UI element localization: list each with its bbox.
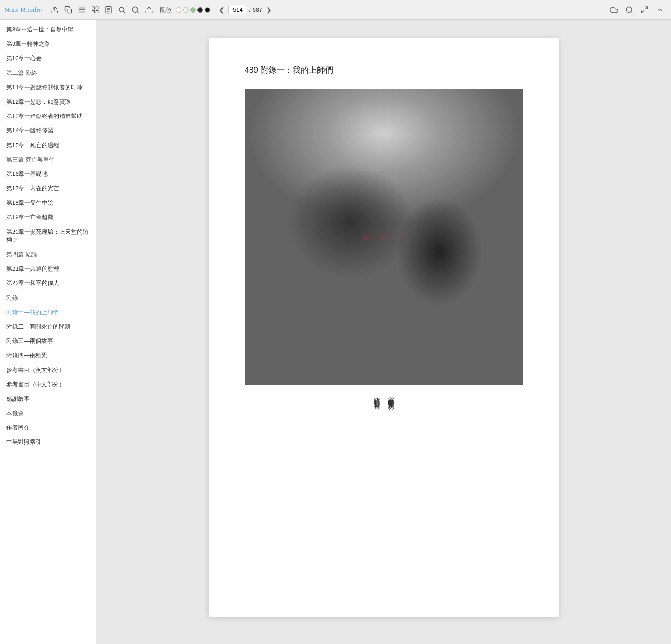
collapse-button[interactable] (653, 3, 667, 17)
chevron-up-icon (656, 6, 664, 14)
svg-line-19 (645, 7, 648, 9)
sidebar-item-app2[interactable]: 附錄二—有關死亡的問題 (0, 320, 96, 334)
next-page-button[interactable]: ❯ (264, 5, 274, 14)
sidebar-item-ch8[interactable]: 第8章一這一世：自然中獄 (0, 22, 96, 37)
photo-image: Tast ychu. cu (245, 89, 523, 385)
upload-button[interactable] (48, 3, 61, 17)
sidebar-item-appendix[interactable]: 附錄 (0, 291, 96, 305)
search-right-button[interactable] (623, 3, 636, 17)
photo-caption: 蔣揚・欽哲・秋吉・ 羅卓和索甲仁波切。 (371, 392, 396, 407)
search-small-button[interactable] (115, 3, 129, 17)
page-number-input[interactable] (228, 5, 247, 14)
grid-icon (91, 6, 99, 14)
svg-point-17 (626, 7, 632, 12)
copy-icon (64, 6, 72, 14)
sidebar-item-app4[interactable]: 附錄四—兩種咒 (0, 348, 96, 363)
page-icon (105, 6, 113, 14)
page-view: 489 附錄一：我的上師們 Tast ychu. cu 蔣揚・欽哲・秋吉・ 羅卓… (209, 38, 559, 617)
sidebar-item-index[interactable]: 中英對照索引 (0, 435, 96, 449)
color-black[interactable] (205, 7, 210, 13)
svg-line-13 (123, 11, 125, 13)
cloud-icon (610, 6, 618, 14)
sidebar-item-app3[interactable]: 附錄三—兩個故事 (0, 334, 96, 348)
app-title: Neat Reader (4, 6, 43, 13)
svg-point-14 (132, 7, 138, 12)
upload-icon (51, 6, 59, 14)
separator-2 (215, 5, 215, 14)
sidebar-item-sec2[interactable]: 第二篇 臨終 (0, 66, 96, 80)
sidebar-item-overview[interactable]: 本覽會 (0, 406, 96, 421)
svg-line-20 (641, 10, 644, 13)
sidebar-item-thanks[interactable]: 感謝啟事 (0, 392, 96, 406)
svg-rect-5 (96, 7, 98, 9)
page-total: 587 (253, 6, 263, 13)
prev-page-button[interactable]: ❮ (217, 5, 227, 14)
sidebar-item-ch15[interactable]: 第15章一死亡的過程 (0, 138, 96, 153)
sidebar-item-ch10[interactable]: 第10章一心要 (0, 51, 96, 66)
main-layout: 第8章一這一世：自然中獄第9章一精神之路第10章一心要第二篇 臨終第11章一對臨… (0, 20, 671, 644)
export-icon (145, 6, 153, 14)
caption-col-2: 羅卓和索甲仁波切。 (385, 392, 396, 407)
svg-rect-6 (92, 10, 94, 13)
color-white[interactable] (176, 7, 181, 13)
toolbar: Neat Reader (0, 0, 671, 20)
sidebar-items-list: 第8章一這一世：自然中獄第9章一精神之路第10章一心要第二篇 臨終第11章一對臨… (0, 22, 96, 450)
color-darkblue[interactable] (197, 7, 203, 13)
color-cream[interactable] (183, 7, 189, 13)
search-right-icon (625, 6, 633, 14)
sidebar: 第8章一這一世：自然中獄第9章一精神之路第10章一心要第二篇 臨終第11章一對臨… (0, 20, 96, 644)
content-area[interactable]: 489 附錄一：我的上師們 Tast ychu. cu 蔣揚・欽哲・秋吉・ 羅卓… (96, 20, 671, 644)
page-separator: / (249, 6, 251, 13)
page-view-button[interactable] (102, 3, 115, 17)
photo-section: Tast ychu. cu 蔣揚・欽哲・秋吉・ 羅卓和索甲仁波切。 (245, 89, 523, 407)
sidebar-item-ch17[interactable]: 第17章一內在的光芒 (0, 181, 96, 196)
sidebar-item-sec4[interactable]: 第四篇 結論 (0, 247, 96, 262)
sidebar-item-ch19[interactable]: 第19章一亡者超薦 (0, 210, 96, 224)
right-toolbar-icons (607, 3, 667, 17)
sidebar-item-sec3[interactable]: 第三篇 死亡與重生 (0, 153, 96, 167)
sidebar-item-ch21[interactable]: 第21章一共通的歷程 (0, 262, 96, 276)
sidebar-item-ref2[interactable]: 參考書目（中文部分） (0, 377, 96, 392)
cloud-button[interactable] (607, 3, 621, 17)
fullscreen-icon (640, 6, 649, 14)
sidebar-item-author[interactable]: 作者簡介 (0, 421, 96, 435)
sidebar-item-ref1[interactable]: 參考書目（英文部分） (0, 363, 96, 377)
sidebar-item-ch12[interactable]: 第12章一慈悲：如意寶珠 (0, 95, 96, 109)
sidebar-item-ch18[interactable]: 第18章一受生中陰 (0, 196, 96, 210)
page-header: 489 附錄一：我的上師們 (245, 65, 523, 75)
sidebar-item-ch11[interactable]: 第11章一對臨終關懷者的叮嚀 (0, 80, 96, 95)
svg-line-18 (632, 12, 633, 13)
fullscreen-button[interactable] (638, 3, 651, 17)
color-green[interactable] (190, 7, 196, 13)
sidebar-item-ch14[interactable]: 第14章一臨終修習 (0, 123, 96, 138)
sidebar-item-ch13[interactable]: 第13章一給臨終者的精神幫助 (0, 109, 96, 123)
caption-col-1: 蔣揚・欽哲・秋吉・ (371, 392, 382, 407)
sidebar-item-ch20[interactable]: 第20章一瀕死經驗：上天堂的階梯？ (0, 225, 96, 247)
grid-button[interactable] (88, 3, 102, 17)
list-icon (78, 6, 86, 14)
separator-1 (158, 5, 158, 14)
watermark: Tast ychu. cu (361, 234, 406, 240)
svg-line-15 (138, 12, 139, 13)
sidebar-item-app1[interactable]: 附錄一—我的上師們 (0, 305, 96, 320)
search-big-icon (132, 6, 140, 14)
sidebar-item-ch22[interactable]: 第22章一和平的僕人 (0, 276, 96, 290)
search-big-button[interactable] (129, 3, 142, 17)
color-label: 配色 (160, 6, 171, 14)
svg-rect-7 (96, 10, 98, 13)
search-small-icon (118, 6, 126, 14)
svg-rect-0 (67, 9, 72, 13)
page-navigation: ❮ / 587 ❯ (217, 5, 274, 14)
sidebar-item-ch16[interactable]: 第16章一基礎地 (0, 167, 96, 181)
svg-rect-4 (92, 7, 94, 9)
sidebar-item-ch9[interactable]: 第9章一精神之路 (0, 37, 96, 51)
copy-button[interactable] (61, 3, 75, 17)
color-picker (176, 7, 210, 13)
list-button[interactable] (75, 3, 88, 17)
export-button[interactable] (142, 3, 156, 17)
